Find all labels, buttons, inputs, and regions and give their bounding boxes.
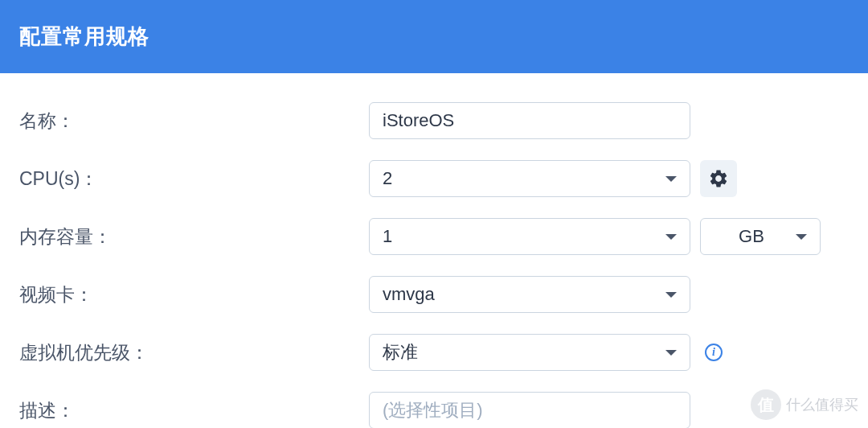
dialog-header: 配置常用规格	[0, 0, 868, 73]
form-container: 名称： iStoreOS CPU(s)： 2 内存容量： 1	[0, 73, 868, 428]
caret-down-icon	[665, 176, 677, 182]
row-description: 描述： (选择性项目)	[19, 392, 849, 428]
label-name: 名称：	[19, 109, 369, 134]
caret-down-icon	[665, 234, 677, 240]
priority-select[interactable]: 标准	[369, 334, 690, 371]
name-input[interactable]: iStoreOS	[369, 102, 690, 139]
row-memory: 内存容量： 1 GB	[19, 218, 849, 255]
row-cpu: CPU(s)： 2	[19, 160, 849, 197]
row-name: 名称： iStoreOS	[19, 102, 849, 139]
name-input-value: iStoreOS	[383, 110, 454, 131]
memory-select-value: 1	[383, 226, 392, 247]
watermark-text: 什么值得买	[786, 395, 858, 414]
row-priority: 虚拟机优先级： 标准 i	[19, 334, 849, 371]
description-placeholder: (选择性项目)	[383, 398, 483, 422]
priority-info-button[interactable]: i	[705, 344, 723, 361]
label-video: 视频卡：	[19, 282, 369, 307]
video-select[interactable]: vmvga	[369, 276, 690, 313]
memory-unit-value: GB	[714, 226, 789, 247]
row-video: 视频卡： vmvga	[19, 276, 849, 313]
gear-icon	[708, 168, 729, 189]
label-priority: 虚拟机优先级：	[19, 340, 369, 365]
watermark: 值 什么值得买	[751, 389, 858, 420]
cpu-select-value: 2	[383, 168, 392, 189]
caret-down-icon	[796, 234, 807, 240]
label-memory: 内存容量：	[19, 224, 369, 249]
memory-unit-select[interactable]: GB	[700, 218, 821, 255]
cpu-select[interactable]: 2	[369, 160, 690, 197]
dialog-title: 配置常用规格	[19, 24, 149, 48]
label-cpu: CPU(s)：	[19, 167, 369, 191]
info-icon: i	[712, 346, 715, 359]
description-input[interactable]: (选择性项目)	[369, 392, 690, 428]
cpu-settings-button[interactable]	[700, 160, 737, 197]
label-description: 描述：	[19, 398, 369, 423]
video-select-value: vmvga	[383, 284, 435, 305]
caret-down-icon	[665, 350, 677, 356]
priority-select-value: 标准	[383, 340, 418, 364]
caret-down-icon	[665, 292, 677, 298]
memory-select[interactable]: 1	[369, 218, 690, 255]
watermark-badge: 值	[751, 389, 781, 420]
